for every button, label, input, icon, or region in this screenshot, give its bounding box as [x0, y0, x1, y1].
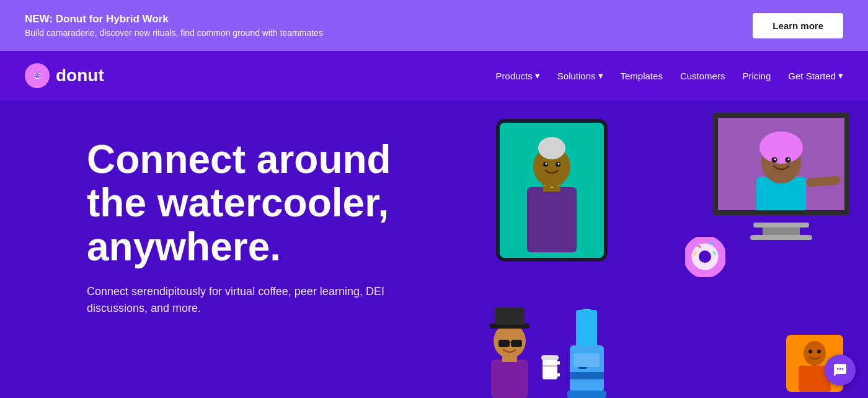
svg-rect-36 [495, 307, 525, 325]
learn-more-button[interactable]: Learn more [753, 13, 843, 38]
banner-subtitle: Build camaraderie, discover new rituals,… [25, 28, 323, 38]
svg-point-53 [808, 350, 812, 353]
svg-point-51 [804, 341, 826, 366]
nav-links: Products ▾ Solutions ▾ Templates Custome… [496, 70, 843, 81]
water-cooler-group [484, 299, 610, 398]
svg-point-15 [546, 163, 547, 165]
hero-subtitle: Connect serendipitously for virtual coff… [87, 283, 384, 317]
chevron-down-icon: ▾ [838, 70, 843, 81]
svg-rect-40 [542, 358, 557, 379]
nav-item-pricing[interactable]: Pricing [742, 71, 771, 81]
hero-title: Connect around the watercooler, anywhere… [87, 138, 459, 268]
svg-rect-6 [527, 187, 577, 252]
chat-bubble-button[interactable] [825, 355, 856, 386]
svg-rect-32 [491, 360, 528, 398]
tablet-screen [500, 123, 604, 258]
main-navbar: donut Products ▾ Solutions ▾ Templates C… [0, 51, 868, 100]
nav-label-solutions[interactable]: Solutions ▾ [557, 70, 603, 81]
svg-point-12 [538, 137, 565, 159]
svg-rect-45 [570, 345, 604, 392]
nav-label-templates[interactable]: Templates [621, 71, 663, 81]
nav-item-solutions[interactable]: Solutions ▾ [557, 70, 603, 81]
svg-rect-44 [576, 310, 597, 347]
hero-illustrations [434, 100, 868, 398]
svg-point-27 [699, 250, 711, 263]
svg-point-56 [839, 368, 841, 370]
svg-rect-42 [542, 365, 557, 367]
svg-point-54 [817, 350, 821, 353]
announcement-banner: NEW: Donut for Hybrid Work Build camarad… [0, 0, 868, 51]
nav-label-pricing[interactable]: Pricing [742, 71, 771, 81]
svg-point-21 [760, 131, 803, 164]
nav-item-templates[interactable]: Templates [621, 71, 663, 81]
nav-item-get-started[interactable]: Get Started ▾ [788, 70, 843, 81]
svg-rect-38 [511, 340, 522, 347]
donut-icon [685, 237, 725, 277]
monitor-screen [713, 113, 849, 215]
logo-text: donut [56, 66, 104, 86]
svg-point-5 [38, 74, 40, 75]
svg-rect-47 [567, 391, 606, 398]
tablet-illustration [496, 119, 608, 262]
svg-point-24 [774, 159, 776, 161]
svg-point-4 [35, 74, 36, 75]
monitor-base [750, 235, 812, 240]
svg-rect-37 [498, 340, 510, 347]
banner-title: NEW: Donut for Hybrid Work [25, 13, 323, 25]
monitor-illustration [713, 113, 849, 237]
chevron-down-icon: ▾ [598, 70, 603, 81]
svg-point-57 [842, 368, 844, 370]
banner-text-group: NEW: Donut for Hybrid Work Build camarad… [25, 13, 323, 38]
monitor-stand [763, 223, 800, 235]
nav-label-products[interactable]: Products ▾ [496, 70, 540, 81]
hero-section: Connect around the watercooler, anywhere… [0, 100, 868, 398]
svg-rect-41 [541, 355, 559, 360]
logo[interactable]: donut [25, 63, 104, 88]
svg-point-25 [788, 159, 790, 161]
get-started-button[interactable]: Get Started ▾ [788, 70, 843, 81]
svg-point-16 [558, 163, 560, 165]
svg-rect-46 [570, 372, 604, 379]
nav-item-products[interactable]: Products ▾ [496, 70, 540, 81]
svg-rect-49 [574, 353, 600, 367]
nav-label-customers[interactable]: Customers [680, 71, 725, 81]
logo-icon [25, 63, 50, 88]
nav-item-customers[interactable]: Customers [680, 71, 725, 81]
svg-point-55 [837, 368, 839, 370]
chevron-down-icon: ▾ [535, 70, 540, 81]
hero-content: Connect around the watercooler, anywhere… [87, 138, 459, 317]
